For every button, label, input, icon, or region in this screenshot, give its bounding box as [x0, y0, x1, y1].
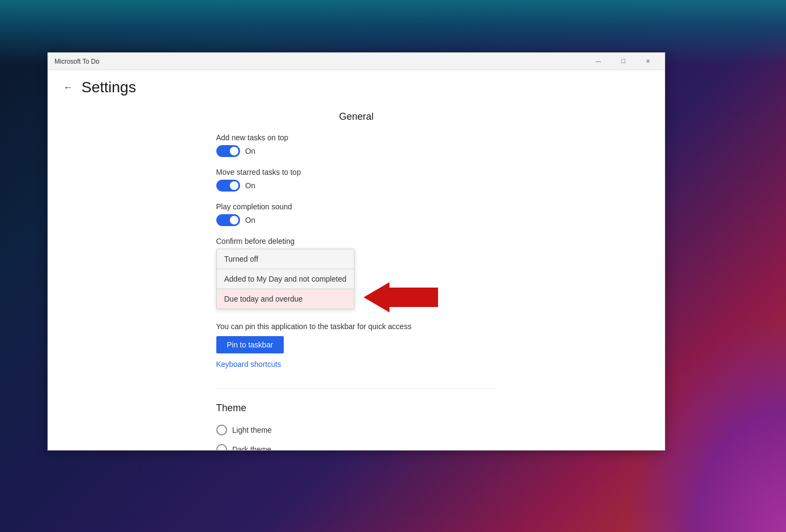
- dropdown-option-my-day[interactable]: Added to My Day and not completed: [217, 269, 354, 289]
- arrow-body: [389, 288, 438, 307]
- move-starred-state: On: [245, 181, 256, 190]
- section-divider-1: [216, 388, 497, 388]
- theme-dark-option[interactable]: Dark theme: [216, 444, 497, 450]
- page-title: Settings: [81, 79, 136, 96]
- minimize-button[interactable]: —: [586, 53, 611, 70]
- add-new-tasks-state: On: [245, 147, 256, 155]
- play-sound-label: Play completion sound: [216, 202, 497, 211]
- keyboard-shortcuts-link[interactable]: Keyboard shortcuts: [216, 360, 497, 369]
- play-sound-toggle-row: On: [216, 214, 497, 226]
- dropdown-option-turned-off[interactable]: Turned off: [217, 249, 354, 269]
- theme-dark-label: Dark theme: [233, 445, 271, 450]
- add-new-tasks-toggle-row: On: [216, 145, 497, 157]
- red-arrow-pointer: [364, 282, 438, 312]
- dropdown-option-due-today[interactable]: Due today and overdue: [217, 289, 354, 309]
- pin-to-taskbar-button[interactable]: Pin to taskbar: [216, 336, 284, 353]
- dropdown-menu[interactable]: Turned off Added to My Day and not compl…: [216, 249, 354, 309]
- confirm-deleting-setting: Confirm before deleting Turned off Added…: [216, 237, 497, 311]
- pin-section: You can pin this application to the task…: [216, 322, 497, 369]
- theme-dark-radio[interactable]: [216, 444, 227, 450]
- add-new-tasks-setting: Add new tasks on top On: [216, 133, 497, 157]
- move-starred-toggle-row: On: [216, 180, 497, 192]
- theme-light-option[interactable]: Light theme: [216, 425, 497, 435]
- theme-light-label: Light theme: [233, 426, 272, 434]
- general-section: General Add new tasks on top On Move sta…: [216, 100, 497, 379]
- theme-section-title: Theme: [216, 403, 497, 414]
- maximize-button[interactable]: ☐: [611, 53, 635, 70]
- add-new-tasks-toggle[interactable]: [216, 145, 240, 157]
- titlebar: Microsoft To Do — ☐ ✕: [48, 53, 665, 70]
- window-title: Microsoft To Do: [54, 58, 99, 65]
- arrow-head: [364, 282, 389, 312]
- theme-section: Theme Light theme Dark theme Use my Wind…: [216, 397, 497, 450]
- confirm-deleting-label: Confirm before deleting: [216, 237, 497, 245]
- close-button[interactable]: ✕: [635, 53, 660, 70]
- content-area: General Add new tasks on top On Move sta…: [48, 100, 665, 450]
- add-new-tasks-label: Add new tasks on top: [216, 133, 497, 142]
- back-button[interactable]: ←: [61, 80, 75, 96]
- play-sound-setting: Play completion sound On: [216, 202, 497, 226]
- dropdown-container: Turned off Added to My Day and not compl…: [216, 249, 354, 309]
- general-section-title: General: [216, 111, 497, 122]
- play-sound-toggle[interactable]: [216, 214, 240, 226]
- move-starred-setting: Move starred tasks to top On: [216, 168, 497, 192]
- app-window: Microsoft To Do — ☐ ✕ ← Settings General…: [47, 52, 665, 451]
- move-starred-label: Move starred tasks to top: [216, 168, 497, 176]
- pin-description: You can pin this application to the task…: [216, 322, 497, 331]
- theme-light-radio[interactable]: [216, 425, 227, 435]
- play-sound-state: On: [245, 216, 256, 224]
- move-starred-toggle[interactable]: [216, 180, 240, 192]
- window-controls: — ☐ ✕: [586, 53, 660, 70]
- page-header: ← Settings: [48, 70, 665, 100]
